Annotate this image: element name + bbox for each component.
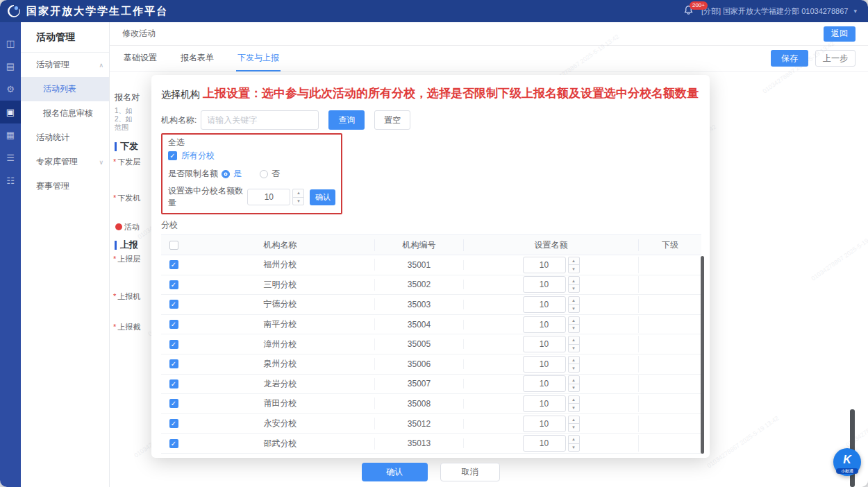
branch-name: 永安分校: [186, 418, 375, 429]
quota-input[interactable]: 10: [523, 395, 566, 412]
step-up-icon[interactable]: ▲: [569, 436, 579, 444]
step-down-icon[interactable]: ▼: [569, 285, 579, 293]
step-down-icon[interactable]: ▼: [569, 384, 579, 392]
step-down-icon[interactable]: ▼: [569, 265, 579, 273]
sidebar-item-活动管理[interactable]: 活动管理∧: [21, 53, 109, 77]
step-down-icon[interactable]: ▼: [569, 305, 579, 312]
row-checkbox[interactable]: ✓: [169, 439, 178, 448]
modal-cancel-button[interactable]: 取消: [440, 463, 500, 481]
quota-stepper: ▲▼: [568, 336, 580, 352]
all-branches-label: 所有分校: [181, 150, 215, 162]
branch-code: 35007: [375, 379, 464, 388]
step-up-icon[interactable]: ▲: [569, 336, 579, 345]
breadcrumb-row: 修改活动 返回: [110, 22, 868, 46]
all-branches-checkbox[interactable]: ✓: [168, 151, 177, 160]
clear-button[interactable]: 置空: [374, 110, 410, 130]
account-name[interactable]: [分部] 国家开放大学福建分部 01034278867: [701, 6, 849, 17]
branch-code: 35006: [375, 359, 464, 369]
step-up-icon[interactable]: ▲: [569, 317, 579, 325]
sidebar-item-活动列表[interactable]: 活动列表: [21, 77, 109, 101]
row-checkbox[interactable]: ✓: [169, 300, 178, 309]
step-down-icon[interactable]: ▼: [569, 404, 579, 411]
step-down-icon[interactable]: ▼: [569, 345, 579, 352]
bg-field-send-org: *下发机: [113, 193, 140, 203]
row-checkbox[interactable]: ✓: [169, 419, 178, 428]
bulk-confirm-button[interactable]: 确认: [310, 189, 335, 205]
quota-input[interactable]: 10: [523, 336, 566, 352]
bg-field-report-org: *上报机: [113, 291, 140, 302]
tab-报名表单[interactable]: 报名表单: [179, 45, 215, 71]
sidebar-item-label: 专家库管理: [36, 156, 78, 168]
row-checkbox[interactable]: ✓: [169, 379, 178, 388]
step-down-icon[interactable]: ▼: [569, 325, 579, 332]
header-checkbox[interactable]: [169, 241, 178, 250]
org-chart-icon[interactable]: ◫: [0, 32, 21, 55]
step-up-icon[interactable]: ▲: [569, 297, 579, 305]
step-up-icon[interactable]: ▲: [569, 376, 579, 384]
row-checkbox[interactable]: ✓: [169, 260, 178, 269]
step-up-icon[interactable]: ▲: [569, 357, 579, 365]
bg-note-3: 范围: [115, 123, 128, 133]
prev-step-button[interactable]: 上一步: [815, 50, 856, 67]
quota-input[interactable]: 10: [523, 316, 566, 333]
table-row: ✓永安分校3501210▲▼: [161, 414, 701, 434]
query-button[interactable]: 查询: [328, 110, 365, 130]
document-icon[interactable]: ▤: [0, 55, 21, 78]
sidebar-item-专家库管理[interactable]: 专家库管理∨: [21, 150, 109, 174]
branch-code: 35013: [375, 438, 464, 448]
step-up-icon[interactable]: ▲: [293, 189, 303, 198]
quota-input[interactable]: 10: [523, 257, 566, 273]
float-widget[interactable]: K 小鹅通: [833, 448, 861, 476]
limit-yes-radio[interactable]: [222, 170, 230, 178]
watermark: 01034278867 2025-5-19 13:42: [810, 227, 868, 282]
quota-input[interactable]: 10: [523, 276, 566, 293]
step-down-icon[interactable]: ▼: [293, 198, 303, 205]
limit-no-radio[interactable]: [260, 170, 268, 178]
save-button[interactable]: 保存: [771, 50, 808, 67]
sidebar-item-label: 活动列表: [43, 83, 76, 95]
limit-yes-label: 是: [233, 168, 242, 180]
quota-input[interactable]: 10: [523, 356, 566, 373]
quota-input[interactable]: 10: [523, 296, 566, 313]
layers-icon[interactable]: ▦: [0, 123, 21, 146]
gear-icon[interactable]: ⚙: [0, 78, 21, 101]
step-up-icon[interactable]: ▲: [569, 257, 579, 266]
tabs-row: 基础设置报名表单下发与上报 保存 上一步: [110, 46, 868, 72]
quota-input[interactable]: 10: [523, 375, 566, 392]
sidebar-item-活动统计[interactable]: 活动统计: [21, 126, 109, 150]
account-caret-icon[interactable]: ▾: [853, 8, 857, 15]
step-up-icon[interactable]: ▲: [569, 416, 579, 425]
row-checkbox[interactable]: ✓: [169, 399, 178, 408]
org-name-input[interactable]: [201, 110, 319, 130]
step-up-icon[interactable]: ▲: [569, 396, 579, 404]
sidebar-title: 活动管理: [21, 22, 109, 53]
sidebar-item-报名信息审核[interactable]: 报名信息审核: [21, 101, 109, 126]
row-checkbox[interactable]: ✓: [169, 359, 178, 368]
step-down-icon[interactable]: ▼: [569, 444, 579, 452]
breadcrumb: 修改活动: [122, 28, 156, 40]
row-checkbox[interactable]: ✓: [169, 320, 178, 329]
step-down-icon[interactable]: ▼: [569, 424, 579, 432]
modal-title: 选择机构: [161, 86, 200, 101]
list-icon[interactable]: ☰: [0, 146, 21, 169]
step-up-icon[interactable]: ▲: [569, 277, 579, 285]
back-button[interactable]: 返回: [824, 26, 856, 42]
notification-bell-icon[interactable]: 200+: [683, 5, 696, 17]
chevron-icon: ∧: [99, 62, 103, 69]
activity-icon[interactable]: ▣: [0, 101, 21, 123]
bulk-quota-input[interactable]: 10: [247, 189, 290, 205]
quota-input[interactable]: 10: [523, 435, 566, 452]
sidebar-item-label: 赛事管理: [36, 180, 69, 192]
quota-input[interactable]: 10: [523, 416, 566, 432]
modal-confirm-button[interactable]: 确认: [362, 463, 428, 481]
tab-基础设置[interactable]: 基础设置: [122, 45, 158, 71]
menu-icon[interactable]: ☷: [0, 169, 21, 192]
step-down-icon[interactable]: ▼: [569, 364, 579, 372]
tab-下发与上报[interactable]: 下发与上报: [236, 45, 281, 71]
row-checkbox[interactable]: ✓: [169, 340, 178, 349]
app-window: 国家开放大学学生工作平台 200+ [分部] 国家开放大学福建分部 010342…: [0, 0, 868, 487]
sidebar-item-赛事管理[interactable]: 赛事管理: [21, 174, 109, 198]
row-checkbox[interactable]: ✓: [169, 280, 178, 289]
table-scrollbar[interactable]: [701, 256, 704, 454]
branch-table: 机构名称 机构编号 设置名额 下级 ✓福州分校3500110▲▼✓三明分校350…: [161, 234, 701, 454]
